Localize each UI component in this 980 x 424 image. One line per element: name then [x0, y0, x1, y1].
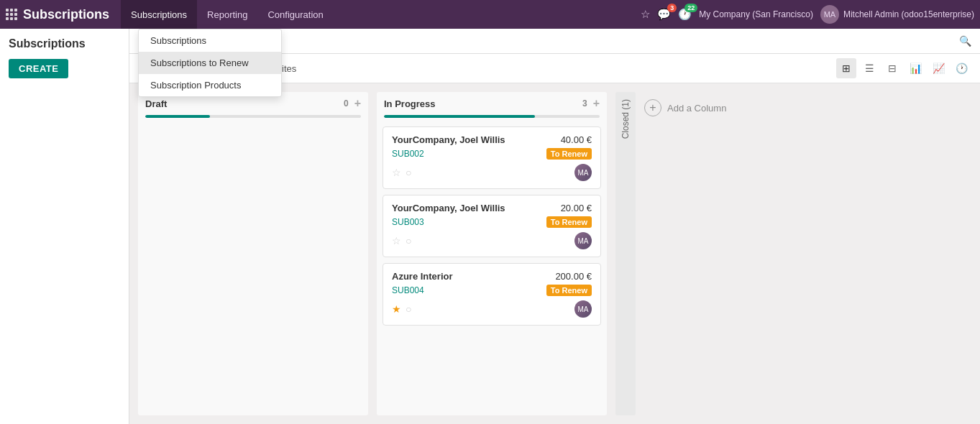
card-sub-row-sub002: SUB002 To Renew [392, 148, 592, 160]
card-avatar-sub002: MA [574, 164, 592, 181]
column-count-draft: 0 [344, 98, 349, 109]
card-footer-sub002: ☆ ○ MA [392, 164, 592, 181]
kanban-board: Draft 0 + In Progress 3 + [129, 83, 980, 424]
user-name: Mitchell Admin (odoo15enterprise) [843, 9, 974, 19]
kanban-card-sub004[interactable]: Azure Interior 200.00 € SUB004 To Renew … [383, 263, 601, 326]
card-amount-sub002: 40.00 € [561, 134, 592, 145]
settings-icon-btn[interactable]: ☆ [641, 8, 650, 21]
search-button[interactable]: 🔍 [959, 35, 971, 47]
card-icons-sub002: ☆ ○ [392, 167, 411, 178]
kanban-card-sub002[interactable]: YourCompany, Joel Willis 40.00 € SUB002 … [383, 126, 601, 189]
app-title: Subscriptions [23, 7, 109, 22]
create-button[interactable]: CREATE [9, 59, 68, 78]
star-icon-sub003[interactable]: ☆ [392, 235, 401, 246]
user-info[interactable]: MA Mitchell Admin (odoo15enterprise) [820, 5, 974, 24]
user-avatar: MA [820, 5, 839, 24]
card-sub-id-sub004: SUB004 [392, 285, 424, 295]
add-column-button[interactable]: + Add a Column [644, 99, 726, 116]
sidebar-title: Subscriptions [9, 37, 120, 50]
card-top-sub004: Azure Interior 200.00 € [392, 271, 592, 282]
star-icon-sub004[interactable]: ★ [392, 303, 401, 315]
column-closed[interactable]: Closed (1) [615, 92, 636, 415]
nav-subscriptions[interactable]: Subscriptions [121, 0, 197, 29]
column-progress-in-progress [384, 115, 600, 118]
card-sub-row-sub003: SUB003 To Renew [392, 216, 592, 228]
card-avatar-sub003: MA [574, 232, 592, 249]
card-icons-sub004: ★ ○ [392, 303, 411, 315]
dropdown-item-renew[interactable]: Subscriptions to Renew [139, 52, 281, 74]
card-amount-sub004: 200.00 € [555, 271, 592, 282]
closed-label: Closed (1) [620, 99, 631, 139]
dropdown-item-products[interactable]: Subscription Products [139, 74, 281, 96]
app-logo[interactable]: Subscriptions [6, 7, 109, 22]
card-name-sub004: Azure Interior [392, 271, 453, 282]
column-progress-draft [145, 115, 361, 118]
card-amount-sub003: 20.00 € [561, 203, 592, 213]
nav-reporting[interactable]: Reporting [197, 0, 257, 29]
column-add-draft[interactable]: + [354, 98, 361, 109]
discuss-icon-btn[interactable]: 💬 3 [657, 8, 671, 21]
line-chart-view-btn[interactable]: 📈 [928, 58, 948, 78]
column-add-in-progress[interactable]: + [593, 98, 600, 109]
card-name-sub003: YourCompany, Joel Willis [392, 203, 505, 213]
cards-draft [138, 124, 368, 132]
column-title-draft: Draft [145, 98, 167, 109]
card-sub-row-sub004: SUB004 To Renew [392, 285, 592, 296]
nav-configuration[interactable]: Configuration [257, 0, 333, 29]
circle-icon-sub004[interactable]: ○ [406, 303, 411, 315]
progress-bar-in-progress [384, 115, 535, 118]
activity-badge: 22 [684, 4, 697, 12]
circle-icon-sub003[interactable]: ○ [406, 235, 411, 246]
column-title-in-progress: In Progress [384, 98, 436, 109]
card-top-sub002: YourCompany, Joel Willis 40.00 € [392, 134, 592, 145]
circle-icon-sub002[interactable]: ○ [406, 167, 411, 178]
table-view-btn[interactable]: ⊟ [882, 58, 902, 78]
star-icon-sub002[interactable]: ☆ [392, 167, 401, 178]
card-sub-id-sub003: SUB003 [392, 217, 424, 227]
progress-bar-draft [145, 115, 210, 118]
add-column-plus-icon: + [644, 99, 661, 116]
column-count-in-progress: 3 [582, 98, 587, 109]
topbar-right: ☆ 💬 3 🕐 22 My Company (San Francisco) MA… [641, 5, 974, 24]
subscriptions-dropdown: Subscriptions Subscriptions to Renew Sub… [138, 29, 282, 97]
card-footer-sub003: ☆ ○ MA [392, 232, 592, 249]
add-column-area: + Add a Column [644, 92, 788, 415]
bar-chart-view-btn[interactable]: 📊 [905, 58, 925, 78]
column-header-in-progress: In Progress 3 + [377, 92, 607, 115]
dropdown-item-subscriptions[interactable]: Subscriptions [139, 29, 281, 52]
activity-icon-btn[interactable]: 🕐 22 [678, 8, 692, 21]
company-name: My Company (San Francisco) [699, 9, 813, 19]
search-input[interactable] [237, 36, 953, 47]
column-in-progress: In Progress 3 + YourCompany, Joel Willis… [377, 92, 607, 415]
kanban-view-btn[interactable]: ⊞ [836, 58, 856, 78]
card-footer-sub004: ★ ○ MA [392, 300, 592, 318]
card-badge-sub004: To Renew [546, 285, 592, 296]
add-column-label: Add a Column [667, 103, 726, 114]
cards-in-progress: YourCompany, Joel Willis 40.00 € SUB002 … [377, 124, 607, 331]
card-sub-id-sub002: SUB002 [392, 149, 424, 159]
kanban-card-sub003[interactable]: YourCompany, Joel Willis 20.00 € SUB003 … [383, 195, 601, 257]
topbar-nav: Subscriptions Reporting Configuration [121, 0, 641, 29]
discuss-badge: 3 [667, 4, 677, 12]
grid-icon [6, 9, 17, 20]
column-draft: Draft 0 + [138, 92, 368, 415]
card-top-sub003: YourCompany, Joel Willis 20.00 € [392, 203, 592, 213]
card-icons-sub003: ☆ ○ [392, 235, 411, 246]
card-avatar-sub004: MA [574, 300, 592, 318]
card-badge-sub002: To Renew [546, 148, 592, 160]
card-name-sub002: YourCompany, Joel Willis [392, 134, 505, 145]
card-badge-sub003: To Renew [546, 216, 592, 228]
list-view-btn[interactable]: ☰ [859, 58, 879, 78]
activity-view-btn[interactable]: 🕐 [951, 58, 971, 78]
sidebar: Subscriptions CREATE [0, 29, 129, 424]
star-nav-icon: ☆ [641, 8, 650, 21]
view-switcher: ⊞ ☰ ⊟ 📊 📈 🕐 [836, 58, 971, 78]
topbar: Subscriptions Subscriptions Reporting Co… [0, 0, 980, 29]
